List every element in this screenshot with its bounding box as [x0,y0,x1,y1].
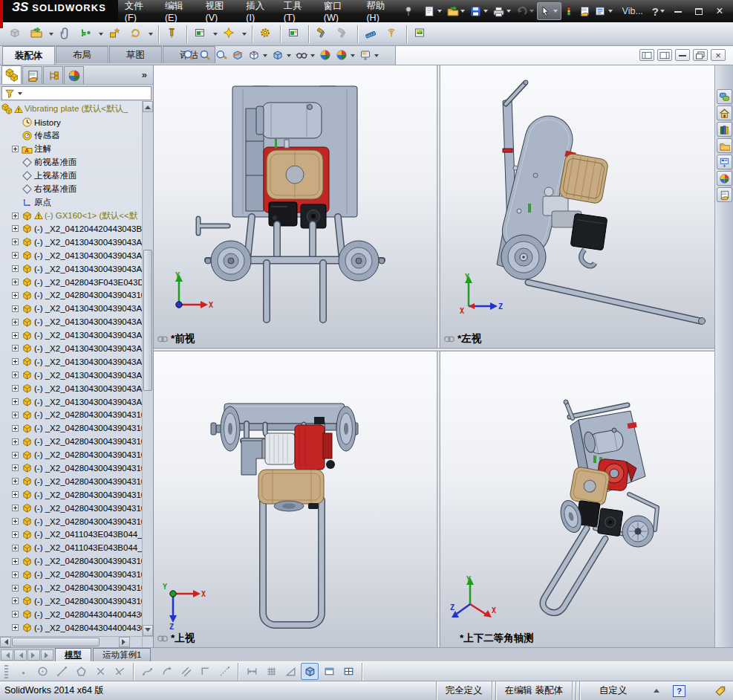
open-button[interactable] [445,2,468,20]
tree-item[interactable]: (-) _X2_042804300439043100 [0,288,142,302]
dropdown-arrow-icon[interactable] [553,10,558,13]
tree-item[interactable]: (-) _X2_042804300439043100 [0,594,142,608]
tree-item[interactable]: (-) _X2_0428043F043E043D0 [0,276,142,289]
tree-item[interactable]: (-) _X2_0411043E043B044_> [0,528,142,542]
tab-scroll-next-button[interactable] [27,649,40,661]
hide-show-items-button[interactable] [294,47,318,65]
expand-toggle-icon[interactable] [12,292,19,299]
expand-toggle-icon[interactable] [12,146,19,152]
dropdown-arrow-icon[interactable] [310,54,315,57]
dropdown-arrow-icon[interactable] [287,54,291,57]
dropdown-arrow-icon[interactable] [483,10,488,13]
expand-toggle-icon[interactable] [12,332,19,339]
tree-item[interactable]: (-) _X2_0411043E043B044_> [0,541,142,554]
quick-tips-button[interactable]: ? [673,685,685,697]
expand-toggle-icon[interactable] [12,518,19,525]
new-document-button[interactable] [422,2,445,20]
tree-item[interactable]: (-) GX160<1> (默认<<默 [0,209,142,222]
magnified-selection-button[interactable] [214,47,230,65]
tree-item[interactable]: 原点 [0,195,142,209]
dropdown-arrow-icon[interactable] [437,10,442,13]
file-explorer-button[interactable] [717,138,732,153]
dropdown-arrow-icon[interactable] [242,33,247,36]
tree-item[interactable]: (-) _X2_042804300439043100 [0,568,142,581]
tree-item[interactable]: (-) _X2_041304300439043A0 [0,355,142,369]
scrollbar-thumb[interactable] [143,250,152,391]
appearances-button[interactable] [717,171,732,186]
expand-toggle-icon[interactable] [12,425,19,432]
save-button[interactable] [468,2,491,20]
tab-model[interactable]: 模型 [55,648,91,661]
tab-sketch[interactable]: 草图 [109,46,162,63]
expand-toggle-icon[interactable] [12,571,19,578]
doc-split-right-button[interactable] [657,49,672,61]
menu-window[interactable]: 窗口(W) [317,0,360,22]
assembly-features-button[interactable] [256,24,276,44]
print-button[interactable] [491,2,514,20]
expand-toggle-icon[interactable] [12,239,19,245]
shaded-with-edges-button[interactable] [301,663,319,680]
tab-propertymanager[interactable] [22,66,42,84]
doc-minimize-button[interactable] [675,49,690,61]
tree-item[interactable]: (-) _X2_041304300439043A0 [0,382,142,395]
component-pattern-button[interactable] [105,24,126,44]
tree-item[interactable]: (-) _X2_041304300439043A0 [0,249,142,262]
window-minimize-button[interactable] [668,4,688,19]
tree-item[interactable]: (-) _X2_042804430440044300 [0,621,142,635]
construction-line-button[interactable] [215,663,233,680]
custom-properties-button[interactable] [717,187,732,202]
expand-toggle-icon[interactable] [12,558,19,565]
tree-item[interactable]: (-) _X2_042804300439043100 [0,421,142,435]
apply-scene-button[interactable] [334,47,358,65]
expand-toggle-icon[interactable] [12,545,19,551]
tree-item[interactable]: 传感器 [0,129,142,143]
expand-toggle-icon[interactable] [12,611,19,618]
zoom-to-fit-button[interactable] [181,47,198,65]
expand-toggle-icon[interactable] [12,491,19,498]
tree-item[interactable]: (-) _X2_042804300439043100 [0,488,142,502]
display-style-button[interactable] [270,47,294,65]
tree-vertical-scrollbar[interactable] [142,101,153,636]
expand-toggle-icon[interactable] [12,505,19,511]
view-orientation-button[interactable] [247,47,270,65]
menu-tools[interactable]: 工具(T) [277,0,317,22]
expand-toggle-icon[interactable] [12,438,19,445]
design-library-button[interactable] [717,122,732,137]
rotate-component-button[interactable] [126,24,146,44]
tab-configurationmanager[interactable] [43,66,63,84]
dropdown-arrow-icon[interactable] [18,92,22,95]
viewport-top[interactable]: X Z Y *上视 [154,351,437,647]
tree-item[interactable]: (-) _X2_042804300439043100 [0,448,142,461]
tab-featuremanager[interactable] [1,65,22,84]
rebuild-button[interactable] [561,2,577,20]
edit-appearance-button[interactable] [318,47,334,65]
expand-toggle-icon[interactable] [12,225,19,232]
circle-tool-button[interactable] [33,663,51,680]
dropdown-arrow-icon[interactable] [213,33,218,36]
tree-item[interactable]: (-) _X2_041304300439043A0 [0,328,142,342]
convert-entities-button[interactable] [157,663,175,680]
resources-button[interactable] [717,106,732,120]
zoom-to-area-button[interactable] [198,47,214,65]
expand-toggle-icon[interactable] [12,412,19,418]
tab-layout[interactable]: 布局 [56,46,108,63]
menu-insert[interactable]: 插入(I) [239,0,276,22]
dropdown-arrow-icon[interactable] [99,33,103,36]
dropdown-arrow-icon[interactable] [660,10,665,13]
tree-horizontal-scrollbar[interactable] [0,636,142,647]
reference-geometry-button[interactable] [284,24,304,44]
options-button[interactable] [593,2,616,20]
expand-toggle-icon[interactable] [12,531,19,538]
viewport-isometric[interactable]: Y X Z *上下二等角轴测 [440,351,714,647]
expand-toggle-icon[interactable] [12,624,19,631]
angle-button[interactable] [281,663,299,680]
undo-button[interactable] [514,2,537,20]
measure-button[interactable] [362,24,382,44]
expand-toggle-icon[interactable] [12,213,19,219]
window-maximize-button[interactable] [688,4,709,19]
move-component-button[interactable] [191,24,211,44]
dropdown-arrow-icon[interactable] [374,54,379,57]
tab-displaymanager[interactable] [64,66,84,84]
panel-tabs-overflow[interactable]: » [142,69,147,80]
spline-tool-button[interactable] [138,663,156,680]
